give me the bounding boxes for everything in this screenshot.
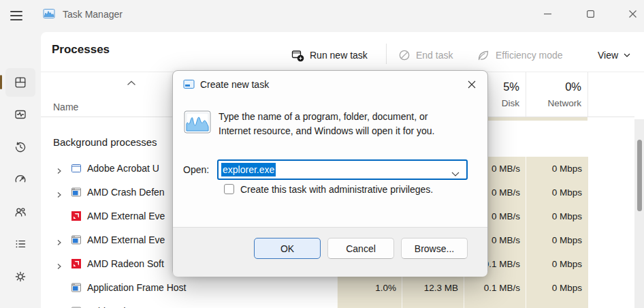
expand-chevron-icon[interactable] <box>56 260 63 273</box>
chevron-down-icon <box>624 53 630 57</box>
toolbar-divider <box>386 44 387 64</box>
sidebar <box>0 32 41 308</box>
selected-accent-pill <box>0 75 2 89</box>
network-cell: 0 Mb <box>526 300 588 308</box>
create-new-task-dialog: Create new task Type the name of a progr… <box>172 70 488 276</box>
processes-icon <box>14 76 27 89</box>
selected-text[interactable]: explorer.exe <box>221 163 276 176</box>
disk-cell: 0.1 MB/s <box>464 300 526 308</box>
run-new-task-label: Run new task <box>310 50 368 61</box>
list-icon <box>14 237 27 251</box>
app-window-icon <box>71 187 82 200</box>
network-percent: 0% <box>520 80 581 93</box>
column-divider <box>526 72 526 117</box>
app-window-icon <box>71 234 82 248</box>
minimize-button[interactable] <box>532 4 562 23</box>
expand-chevron-icon[interactable] <box>56 236 63 249</box>
table-row-partial[interactable]: Avid Update U 0% 10.3 MB 0.1 MB/s 0 Mb <box>41 300 634 308</box>
window-icon <box>71 163 82 176</box>
sidebar-item-details[interactable] <box>5 230 35 258</box>
column-header-name[interactable]: Name <box>53 102 78 112</box>
browse-button[interactable]: Browse... <box>401 238 468 259</box>
process-name: Application Frame Host <box>87 282 187 293</box>
network-cell: 0 Mbps <box>526 228 588 252</box>
menu-icon[interactable] <box>10 8 22 23</box>
view-label: View <box>598 50 618 61</box>
dialog-close-button[interactable] <box>462 75 482 94</box>
sidebar-item-services[interactable] <box>5 262 35 291</box>
sort-ascending-icon <box>127 76 136 89</box>
scrollbar-thumb[interactable] <box>637 140 642 211</box>
open-label: Open: <box>183 164 209 175</box>
dialog-footer: OK Cancel Browse... <box>173 227 487 277</box>
minimize-icon <box>544 10 551 18</box>
app-icon <box>43 7 55 22</box>
sidebar-item-app-history[interactable] <box>5 133 35 161</box>
efficiency-mode-button[interactable]: Efficiency mode <box>477 46 563 65</box>
network-cell: 0 Mbps <box>526 252 588 276</box>
expand-chevron-icon[interactable] <box>56 189 63 201</box>
run-new-task-button[interactable]: Run new task <box>291 46 368 65</box>
leaf-icon <box>477 49 490 61</box>
admin-privileges-label: Create this task with administrative pri… <box>240 184 433 195</box>
disk-cell: 0.1 MB/s <box>464 276 526 300</box>
column-divider <box>587 72 588 117</box>
cancel-button[interactable]: Cancel <box>327 238 394 259</box>
vertical-scrollbar[interactable] <box>634 119 644 308</box>
close-icon <box>629 10 637 18</box>
dialog-window-icon <box>183 79 195 92</box>
process-name: Adobe Acrobat U <box>87 163 159 174</box>
performance-icon <box>14 108 27 121</box>
close-icon <box>468 80 476 89</box>
maximize-button[interactable] <box>575 4 605 23</box>
gauge-icon <box>14 172 27 186</box>
description-line-1: Type the name of a program, folder, docu… <box>219 110 435 124</box>
users-icon <box>14 205 27 219</box>
window-title: Task Manager <box>63 9 123 20</box>
memory-cell: 12.3 MB <box>402 276 464 300</box>
process-name: AMD External Eve <box>87 211 165 221</box>
process-name: AMD Radeon Soft <box>87 258 164 269</box>
open-combobox[interactable]: explorer.exe <box>217 159 468 180</box>
network-label: Network <box>520 98 581 108</box>
end-task-icon <box>398 49 410 61</box>
sidebar-item-processes[interactable] <box>5 68 35 97</box>
ok-button[interactable]: OK <box>254 238 321 259</box>
close-button[interactable] <box>617 4 644 23</box>
view-dropdown[interactable]: View <box>598 46 630 65</box>
task-manager-chart-icon <box>184 110 211 136</box>
dialog-title: Create new task <box>200 79 269 90</box>
network-cell: 0 Mbps <box>526 157 588 181</box>
column-header-network[interactable]: 0% Network <box>520 80 581 108</box>
cpu-cell: 1.0% <box>337 276 402 300</box>
table-row[interactable]: Application Frame Host 1.0% 12.3 MB 0.1 … <box>41 276 634 300</box>
amd-icon <box>71 211 82 224</box>
gear-icon <box>14 270 27 283</box>
sidebar-item-users[interactable] <box>5 198 35 226</box>
end-task-button[interactable]: End task <box>398 46 453 65</box>
combobox-chevron-icon[interactable] <box>451 167 460 179</box>
network-cell: 0 Mbps <box>526 276 588 300</box>
end-task-label: End task <box>416 50 453 61</box>
expand-chevron-icon[interactable] <box>56 165 63 177</box>
sidebar-item-startup-apps[interactable] <box>5 165 35 194</box>
efficiency-mode-label: Efficiency mode <box>496 50 563 61</box>
maximize-icon <box>587 10 594 18</box>
page-title: Processes <box>52 43 110 57</box>
process-name: AMD Crash Defen <box>87 187 165 198</box>
dialog-description: Type the name of a program, folder, docu… <box>219 110 435 138</box>
process-name: AMD External Eve <box>87 234 165 245</box>
description-line-2: Internet resource, and Windows will open… <box>219 124 435 138</box>
group-header[interactable]: Background processes <box>53 136 157 148</box>
task-manager-window: Task Manager Processe <box>0 0 644 308</box>
network-cell: 0 Mbps <box>526 181 588 204</box>
app-window-icon <box>71 282 82 296</box>
sidebar-item-performance[interactable] <box>5 100 35 129</box>
amd-icon <box>71 258 82 272</box>
run-new-task-icon <box>291 49 304 62</box>
admin-privileges-checkbox[interactable] <box>224 184 234 194</box>
network-cell: 0 Mbps <box>526 204 588 228</box>
history-icon <box>14 140 27 154</box>
